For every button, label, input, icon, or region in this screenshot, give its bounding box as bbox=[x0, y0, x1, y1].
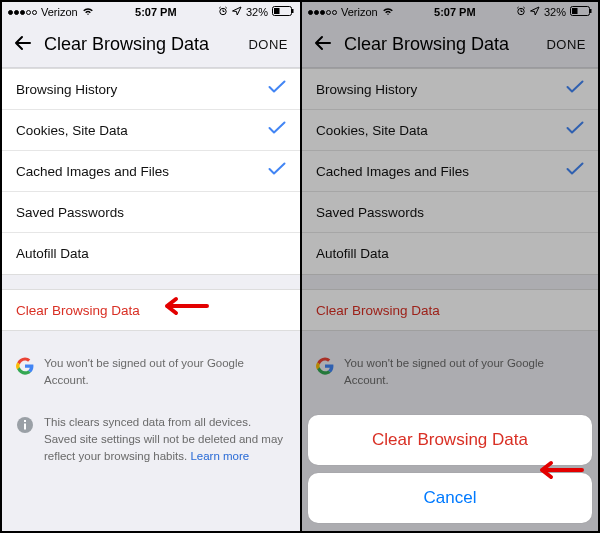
list-item-label: Cached Images and Files bbox=[16, 164, 268, 179]
svg-rect-5 bbox=[24, 423, 26, 429]
info-icon bbox=[16, 416, 34, 438]
svg-rect-3 bbox=[292, 9, 294, 13]
checkmark-icon bbox=[268, 161, 286, 181]
clear-browsing-data-button[interactable]: Clear Browsing Data bbox=[2, 289, 300, 331]
battery-percent: 32% bbox=[246, 6, 268, 18]
action-sheet: Clear Browsing Data Cancel bbox=[308, 407, 592, 523]
battery-icon bbox=[272, 6, 294, 18]
learn-more-link[interactable]: Learn more bbox=[190, 450, 249, 462]
google-logo-icon bbox=[16, 357, 34, 375]
google-account-note: You won't be signed out of your Google A… bbox=[2, 343, 300, 402]
list-item-label: Cookies, Site Data bbox=[16, 123, 268, 138]
confirm-clear-button[interactable]: Clear Browsing Data bbox=[308, 415, 592, 465]
location-icon bbox=[232, 6, 242, 18]
status-bar: Verizon 5:07 PM 32% bbox=[2, 2, 300, 22]
list-item[interactable]: Browsing History bbox=[2, 69, 300, 110]
header: Clear Browsing Data DONE bbox=[2, 22, 300, 68]
checkmark-icon bbox=[268, 79, 286, 99]
list-item-label: Autofill Data bbox=[16, 246, 286, 261]
list-item-label: Browsing History bbox=[16, 82, 268, 97]
svg-rect-6 bbox=[24, 420, 26, 422]
signal-dots-icon bbox=[8, 10, 37, 15]
carrier-label: Verizon bbox=[41, 6, 78, 18]
svg-rect-2 bbox=[274, 8, 280, 14]
sync-note: This clears synced data from all devices… bbox=[2, 402, 300, 478]
cancel-button[interactable]: Cancel bbox=[308, 473, 592, 523]
screenshot-right: Verizon 5:07 PM 32% Clear Browsing Data … bbox=[300, 2, 598, 531]
back-button[interactable] bbox=[14, 32, 44, 58]
data-type-list: Browsing History Cookies, Site Data Cach… bbox=[2, 68, 300, 275]
list-item[interactable]: Saved Passwords bbox=[2, 192, 300, 233]
arrow-left-icon bbox=[14, 34, 32, 52]
screenshot-left: Verizon 5:07 PM 32% Clear Browsing Data … bbox=[2, 2, 300, 531]
info-text: You won't be signed out of your Google A… bbox=[44, 355, 286, 390]
wifi-icon bbox=[82, 6, 94, 18]
info-text: This clears synced data from all devices… bbox=[44, 414, 286, 466]
done-button[interactable]: DONE bbox=[248, 37, 288, 52]
status-time: 5:07 PM bbox=[135, 6, 177, 18]
checkmark-icon bbox=[268, 120, 286, 140]
alarm-icon bbox=[218, 6, 228, 18]
list-item[interactable]: Autofill Data bbox=[2, 233, 300, 274]
list-item-label: Saved Passwords bbox=[16, 205, 286, 220]
page-title: Clear Browsing Data bbox=[44, 34, 248, 55]
list-item[interactable]: Cached Images and Files bbox=[2, 151, 300, 192]
list-item[interactable]: Cookies, Site Data bbox=[2, 110, 300, 151]
